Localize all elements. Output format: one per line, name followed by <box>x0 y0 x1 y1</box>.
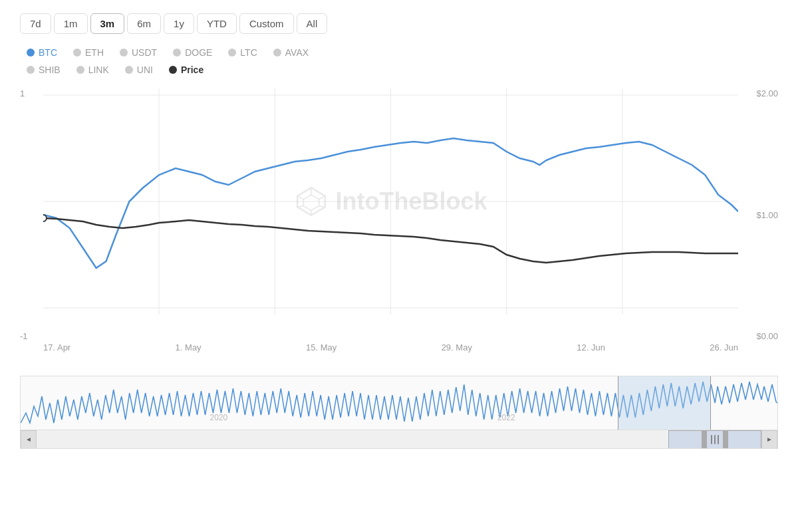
legend-uni[interactable]: UNI <box>125 65 153 75</box>
chart-wrapper: 1 -1 $2.00 $1.00 $0.00 <box>20 88 778 368</box>
y-label-top-left: 1 <box>20 88 25 98</box>
legend-shib[interactable]: SHIB <box>27 65 61 75</box>
legend-label-ltc: LTC <box>240 47 257 58</box>
legend-label-uni: UNI <box>137 65 153 75</box>
btn-1m[interactable]: 1m <box>54 13 88 34</box>
scroll-handle-grip-1 <box>711 435 712 444</box>
legend-dot-ltc <box>228 49 236 57</box>
y-axis-left: 1 -1 <box>20 88 40 341</box>
legend-label-eth: ETH <box>85 47 104 58</box>
btn-3m[interactable]: 3m <box>90 13 125 34</box>
mini-chart-navigator: 2020 2022 ◄ ► <box>20 376 778 449</box>
legend-label-avax: AVAX <box>285 47 309 58</box>
btn-7d[interactable]: 7d <box>20 13 51 34</box>
btn-1y[interactable]: 1y <box>164 13 194 34</box>
legend-label-doge: DOGE <box>185 47 212 58</box>
btn-ytd[interactable]: YTD <box>197 13 237 34</box>
scroll-handle-grip-group <box>711 435 719 444</box>
y-label-bottom-left: -1 <box>20 331 28 341</box>
legend-dot-usdt <box>120 49 128 57</box>
main-chart-svg <box>43 88 738 315</box>
legend-eth[interactable]: ETH <box>73 47 104 58</box>
scroll-left-btn[interactable]: ◄ <box>21 430 37 449</box>
main-container: 7d 1m 3m 6m 1y YTD Custom All BTC ETH US… <box>0 0 798 532</box>
legend-usdt[interactable]: USDT <box>120 47 157 58</box>
y-label-bottom-right: $0.00 <box>756 331 778 341</box>
range-selection-overlay[interactable] <box>618 376 711 430</box>
legend-label-btc: BTC <box>39 47 57 58</box>
legend-link[interactable]: LINK <box>76 65 109 75</box>
btn-all[interactable]: All <box>297 13 328 34</box>
svg-point-16 <box>43 215 47 221</box>
x-label-apr17: 17. Apr <box>43 342 70 352</box>
legend-doge[interactable]: DOGE <box>173 47 212 58</box>
chart-legend: BTC ETH USDT DOGE LTC AVAX <box>20 47 778 75</box>
legend-dot-btc <box>27 49 35 57</box>
legend-price[interactable]: Price <box>169 65 203 75</box>
btn-custom[interactable]: Custom <box>239 13 294 34</box>
x-label-may29: 29. May <box>442 342 472 352</box>
y-axis-right: $2.00 $1.00 $0.00 <box>745 88 778 341</box>
legend-dot-avax <box>273 49 281 57</box>
legend-dot-eth <box>73 49 81 57</box>
scroll-handle[interactable] <box>668 430 761 449</box>
scroll-track <box>37 430 761 449</box>
scroll-right-btn[interactable]: ► <box>761 430 777 449</box>
x-label-jun26: 26. Jun <box>710 342 738 352</box>
legend-dot-shib <box>27 66 35 74</box>
y-label-top-right: $2.00 <box>756 88 778 98</box>
legend-label-price: Price <box>181 65 203 75</box>
legend-dot-uni <box>125 66 133 74</box>
legend-label-usdt: USDT <box>132 47 157 58</box>
scroll-handle-left-edge[interactable] <box>702 430 707 449</box>
legend-dot-price <box>169 66 177 74</box>
legend-dot-doge <box>173 49 181 57</box>
x-label-may15: 15. May <box>306 342 336 352</box>
time-range-bar: 7d 1m 3m 6m 1y YTD Custom All <box>20 13 778 34</box>
x-label-jun12: 12. Jun <box>577 342 605 352</box>
legend-label-shib: SHIB <box>39 65 61 75</box>
btn-6m[interactable]: 6m <box>127 13 161 34</box>
scroll-handle-grip-3 <box>718 435 719 444</box>
chart-svg-area: IntoTheBlock <box>43 88 738 315</box>
x-label-may1: 1. May <box>176 342 201 352</box>
legend-ltc[interactable]: LTC <box>228 47 257 58</box>
chart-area: 1 -1 $2.00 $1.00 $0.00 <box>20 88 778 341</box>
legend-avax[interactable]: AVAX <box>273 47 309 58</box>
navigator-scrollbar: ◄ ► <box>21 430 777 448</box>
x-axis: 17. Apr 1. May 15. May 29. May 12. Jun 2… <box>43 342 738 352</box>
legend-label-link: LINK <box>88 65 109 75</box>
legend-dot-link <box>76 66 84 74</box>
y-label-mid-right: $1.00 <box>756 210 778 220</box>
legend-btc[interactable]: BTC <box>27 47 57 58</box>
scroll-handle-right-edge[interactable] <box>723 430 728 449</box>
scroll-handle-grip-2 <box>714 435 716 444</box>
